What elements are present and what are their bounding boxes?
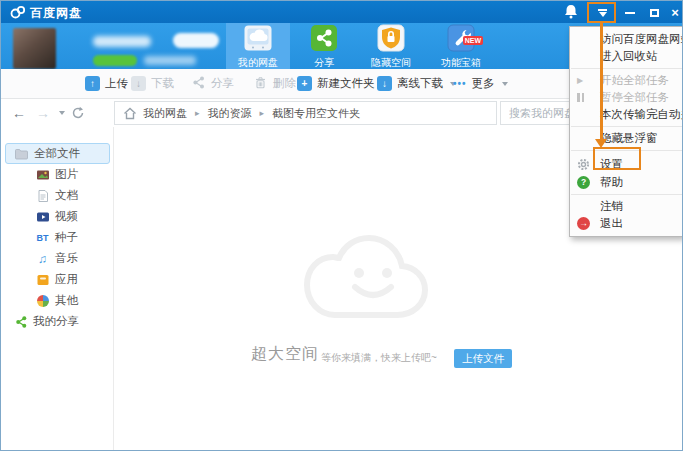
menu-item-help[interactable]: ? 帮助 (570, 174, 683, 191)
menu-label: 访问百度网盘网站 (600, 33, 683, 45)
upload-icon: ↑ (85, 76, 100, 91)
folder-icon (14, 146, 29, 161)
minimize-button[interactable] (620, 4, 640, 21)
play-icon: ▶ (577, 72, 583, 89)
tab-label: 隐藏空间 (359, 57, 423, 69)
menu-label: 暂停全部任务 (600, 91, 669, 103)
video-icon (35, 209, 50, 224)
more-button[interactable]: ••• 更多 (453, 69, 508, 98)
my-netdisk-cloud-icon (243, 39, 273, 56)
sidebar-item-my-shares[interactable]: 我的分享 (1, 311, 113, 332)
share-label: 分享 (211, 76, 234, 91)
sidebar-label: 音乐 (55, 251, 78, 266)
sidebar-label: 全部文件 (34, 146, 80, 161)
tab-toolbox[interactable]: NEW 功能宝箱 (429, 23, 493, 69)
offline-download-label: 离线下载 (397, 76, 443, 91)
sidebar: 全部文件 图片 文档 视频 BT 种子 ♫ 音乐 (1, 127, 114, 451)
picture-icon (35, 167, 50, 182)
breadcrumb-level1[interactable]: 我的资源 (208, 106, 252, 121)
download-icon: ↓ (131, 76, 146, 91)
sidebar-item-others[interactable]: 其他 (1, 290, 113, 311)
menu-label: 隐藏悬浮窗 (600, 132, 658, 144)
annotation-box-menu-button (587, 2, 616, 23)
menu-label: 本次传输完自动关机 (600, 108, 683, 120)
exit-icon: → (577, 215, 590, 232)
maximize-button[interactable] (644, 4, 664, 21)
menu-label: 进入回收站 (600, 50, 658, 62)
notification-bell-icon[interactable] (562, 3, 580, 21)
menu-item-logout[interactable]: 注销 (570, 198, 683, 215)
home-icon[interactable] (123, 107, 137, 120)
new-folder-label: 新建文件夹 (317, 76, 375, 91)
menu-item-visit-site[interactable]: 访问百度网盘网站 (570, 31, 683, 48)
sidebar-item-apps[interactable]: 应用 (1, 269, 113, 290)
sidebar-label: 视频 (55, 209, 78, 224)
baidu-netdisk-window: 百度网盘 × 我的网盘 分享 (0, 0, 683, 451)
sidebar-item-music[interactable]: ♫ 音乐 (1, 248, 113, 269)
help-icon: ? (577, 174, 590, 191)
breadcrumb-separator: ▸ (195, 108, 200, 118)
sidebar-label: 应用 (55, 272, 78, 287)
breadcrumb-separator: ▸ (260, 108, 265, 118)
menu-divider (571, 194, 682, 195)
annotation-arrow-line (600, 23, 603, 140)
upload-label: 上传 (105, 76, 128, 91)
menu-label: 开始全部任务 (600, 74, 669, 86)
bt-icon: BT (35, 230, 50, 245)
share-icon (191, 75, 206, 92)
refresh-button[interactable] (69, 99, 87, 127)
sidebar-item-pictures[interactable]: 图片 (1, 164, 113, 185)
titlebar-dropdown-menu: 访问百度网盘网站 进入回收站 ▶ 开始全部任务 暂停全部任务 本次传输完自动关机… (569, 26, 683, 237)
sidebar-label: 其他 (55, 293, 78, 308)
sidebar-label: 我的分享 (33, 314, 79, 329)
upload-file-button[interactable]: 上传文件 (454, 349, 512, 368)
lock-shield-icon (376, 39, 406, 56)
empty-state-headline: 超大空间 (251, 344, 319, 365)
menu-divider (571, 68, 682, 69)
download-button[interactable]: ↓ 下载 (131, 69, 174, 98)
menu-item-shutdown-after-transfer[interactable]: 本次传输完自动关机 (570, 106, 683, 123)
sidebar-label: 种子 (55, 230, 78, 245)
breadcrumb: 我的网盘 ▸ 我的资源 ▸ 截图专用空文件夹 (114, 101, 497, 125)
sidebar-item-documents[interactable]: 文档 (1, 185, 113, 206)
sidebar-item-all-files[interactable]: 全部文件 (5, 143, 110, 164)
back-button[interactable]: ← (9, 99, 29, 127)
annotation-box-settings (593, 147, 641, 170)
trash-icon (253, 75, 268, 92)
menu-label: 帮助 (600, 176, 623, 188)
forward-button[interactable]: → (33, 99, 53, 127)
tab-label: 我的网盘 (226, 57, 290, 69)
breadcrumb-root[interactable]: 我的网盘 (143, 106, 187, 121)
share-button[interactable]: 分享 (191, 69, 234, 98)
tab-my-netdisk[interactable]: 我的网盘 (226, 23, 290, 69)
offline-download-button[interactable]: ↓ 离线下载 (377, 69, 456, 98)
music-note-icon: ♫ (35, 251, 50, 266)
new-badge: NEW (463, 36, 483, 45)
app-title: 百度网盘 (30, 5, 82, 22)
history-chevron-icon[interactable] (55, 99, 67, 127)
user-avatar[interactable] (13, 28, 56, 69)
gear-icon (577, 154, 590, 174)
menu-item-hide-float-window[interactable]: 隐藏悬浮窗 (570, 130, 683, 147)
menu-item-recycle-bin[interactable]: 进入回收站 (570, 48, 683, 65)
user-level-badge-redacted (93, 55, 137, 66)
tab-share[interactable]: 分享 (292, 23, 356, 69)
sidebar-item-bt-seeds[interactable]: BT 种子 (1, 227, 113, 248)
menu-label: 注销 (600, 200, 623, 212)
sidebar-item-videos[interactable]: 视频 (1, 206, 113, 227)
upload-button[interactable]: ↑ 上传 (85, 69, 128, 98)
user-info-redacted (144, 56, 196, 65)
app-logo-icon (10, 4, 26, 20)
new-folder-button[interactable]: + 新建文件夹 (297, 69, 375, 98)
menu-item-exit[interactable]: → 退出 (570, 215, 683, 232)
close-button[interactable]: × (665, 4, 683, 21)
tab-hidden-space[interactable]: 隐藏空间 (359, 23, 423, 69)
menu-item-start-all-tasks[interactable]: ▶ 开始全部任务 (570, 72, 683, 89)
user-badge-redacted (173, 33, 219, 48)
tab-label: 分享 (292, 57, 356, 69)
delete-button[interactable]: 删除 (253, 69, 296, 98)
menu-item-pause-all-tasks[interactable]: 暂停全部任务 (570, 89, 683, 106)
empty-state-subtext: 等你来填满，快来上传吧~ (321, 351, 437, 365)
breadcrumb-current[interactable]: 截图专用空文件夹 (272, 106, 360, 121)
app-box-icon (35, 272, 50, 287)
